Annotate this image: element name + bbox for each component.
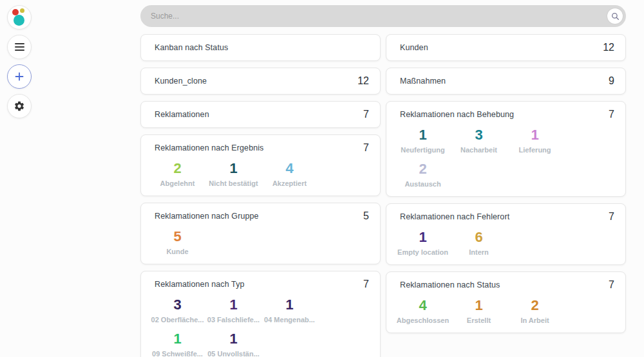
stat-item: 3 Nacharbeit <box>451 127 507 154</box>
app-logo-icon <box>11 9 28 26</box>
card-header: Reklamationen nach Gruppe 5 <box>155 203 369 229</box>
stat-value: 1 <box>229 297 237 313</box>
search-input[interactable] <box>140 12 607 21</box>
stat-label: Intern <box>469 248 489 256</box>
stat-label: Erstellt <box>467 316 491 324</box>
stat-item: 6 Intern <box>451 230 507 256</box>
stat-value: 1 <box>531 127 538 143</box>
stat-label: In Arbeit <box>520 316 549 324</box>
dashboard-card[interactable]: Reklamationen nach Behebung 7 1 Neuferti… <box>386 101 626 197</box>
card-count: 7 <box>363 279 369 290</box>
add-button[interactable] <box>7 64 32 89</box>
search-icon <box>611 12 620 21</box>
card-header: Reklamationen nach Fehlerort 7 <box>400 204 614 230</box>
hamburger-icon <box>15 43 24 51</box>
stat-value: 3 <box>173 297 181 313</box>
stat-item: 3 02 Oberfläche... <box>149 297 205 324</box>
column-left: Kanban nach Status Kunden_clone 12 Rekla… <box>140 34 381 357</box>
stat-item: 5 Kunde <box>149 229 205 255</box>
stat-value: 2 <box>531 298 538 313</box>
card-stats: 5 Kunde <box>149 229 369 264</box>
stat-label: 03 Falschliefe... <box>207 316 260 324</box>
stat-label: Empty location <box>397 248 448 256</box>
stat-value: 1 <box>173 331 181 347</box>
dashboard-card[interactable]: Maßnahmen 9 <box>386 68 626 95</box>
dashboard-card[interactable]: Reklamationen nach Status 7 4 Abgeschlos… <box>386 271 626 333</box>
stat-item: 1 04 Mengenab... <box>261 297 317 324</box>
dashboard-card[interactable]: Kunden 12 <box>386 34 626 61</box>
stat-item: 1 03 Falschliefe... <box>205 297 261 324</box>
stat-value: 6 <box>475 230 482 245</box>
card-count: 7 <box>609 211 614 223</box>
card-stats: 3 02 Oberfläche... 1 03 Falschliefe... 1… <box>149 297 369 357</box>
stat-label: Neufertigung <box>401 146 444 154</box>
stat-value: 5 <box>173 229 181 244</box>
card-title: Kunden_clone <box>155 77 207 86</box>
card-stats: 1 Neufertigung 3 Nacharbeit 1 Lieferung … <box>395 127 614 196</box>
card-header: Kunden_clone 12 <box>155 68 369 94</box>
card-title: Reklamationen nach Gruppe <box>155 212 259 221</box>
dashboard-card[interactable]: Reklamationen nach Typ 7 3 02 Oberfläche… <box>140 271 381 357</box>
stat-value: 2 <box>173 161 181 176</box>
card-count: 7 <box>609 279 614 291</box>
stat-value: 1 <box>229 331 237 347</box>
card-count: 9 <box>609 75 614 87</box>
menu-button[interactable] <box>7 35 32 59</box>
card-title: Reklamationen <box>155 110 209 119</box>
search-button[interactable] <box>607 8 623 24</box>
dashboard-card[interactable]: Reklamationen 7 <box>140 101 381 128</box>
stat-item: 1 Empty location <box>395 230 451 256</box>
card-stats: 4 Abgeschlossen 1 Erstellt 2 In Arbeit <box>395 298 614 333</box>
card-stats: 2 Abgelehnt 1 Nicht bestätigt 4 Akzeptie… <box>149 161 369 196</box>
stat-label: 04 Mengenab... <box>264 316 315 324</box>
card-title: Reklamationen nach Typ <box>155 280 245 289</box>
card-header: Reklamationen nach Status 7 <box>400 272 614 298</box>
gear-icon <box>14 100 25 112</box>
stat-value: 1 <box>419 127 426 143</box>
dashboard: Kanban nach Status Kunden_clone 12 Rekla… <box>140 34 626 357</box>
card-count: 5 <box>363 210 369 222</box>
card-header: Kanban nach Status <box>155 35 369 60</box>
stat-value: 1 <box>229 161 237 176</box>
card-header: Maßnahmen 9 <box>400 68 614 94</box>
card-count: 7 <box>363 142 369 154</box>
dashboard-card[interactable]: Reklamationen nach Fehlerort 7 1 Empty l… <box>386 203 626 265</box>
stat-item: 2 Abgelehnt <box>149 161 205 187</box>
stat-item: 1 05 Unvollstän... <box>205 331 261 357</box>
search-bar <box>140 5 626 27</box>
stat-item: 1 Nicht bestätigt <box>205 161 261 187</box>
card-count: 7 <box>363 109 369 120</box>
stat-item: 1 09 Schweißfe... <box>149 331 205 357</box>
stat-value: 1 <box>419 230 426 245</box>
stat-item: 2 Austausch <box>395 161 451 188</box>
dashboard-card[interactable]: Kunden_clone 12 <box>140 68 381 95</box>
card-title: Reklamationen nach Behebung <box>400 110 514 119</box>
card-header: Reklamationen 7 <box>155 102 369 127</box>
left-toolbar <box>7 5 32 118</box>
app-logo-button[interactable] <box>7 5 32 30</box>
stat-value: 1 <box>475 298 482 313</box>
card-count: 7 <box>609 109 614 120</box>
card-header: Kunden 12 <box>400 35 614 60</box>
stat-label: 02 Oberfläche... <box>151 316 204 324</box>
stat-item: 4 Abgeschlossen <box>395 298 451 324</box>
stat-item: 1 Erstellt <box>451 298 507 324</box>
stat-label: Austausch <box>404 180 440 188</box>
plus-icon <box>14 71 24 82</box>
stat-label: Akzeptiert <box>272 179 307 187</box>
stat-label: Abgelehnt <box>160 179 195 187</box>
card-header: Reklamationen nach Typ 7 <box>155 271 369 297</box>
card-header: Reklamationen nach Ergebnis 7 <box>155 135 369 161</box>
card-title: Kunden <box>400 43 428 52</box>
card-title: Reklamationen nach Status <box>400 280 500 289</box>
card-stats: 1 Empty location 6 Intern <box>395 230 614 264</box>
dashboard-card[interactable]: Reklamationen nach Gruppe 5 5 Kunde <box>140 203 381 264</box>
card-title: Reklamationen nach Fehlerort <box>400 212 509 221</box>
card-title: Kanban nach Status <box>155 43 228 52</box>
stat-value: 2 <box>419 161 426 177</box>
dashboard-card[interactable]: Reklamationen nach Ergebnis 7 2 Abgelehn… <box>140 134 381 196</box>
dashboard-card[interactable]: Kanban nach Status <box>140 34 381 61</box>
stat-label: Kunde <box>166 248 188 255</box>
settings-button[interactable] <box>7 94 32 118</box>
column-right: Kunden 12 Maßnahmen 9 Reklamationen nach… <box>386 34 626 357</box>
